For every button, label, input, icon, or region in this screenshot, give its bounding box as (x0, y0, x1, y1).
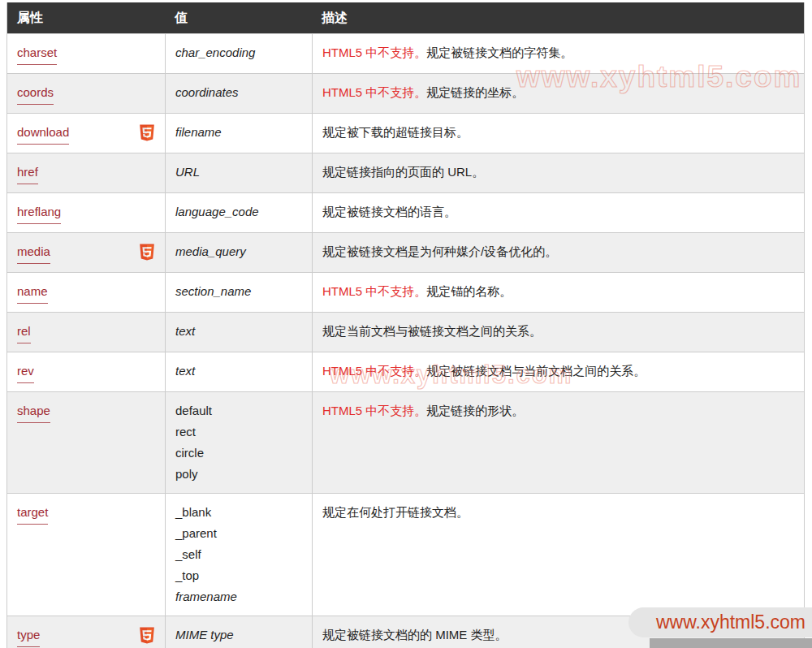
table-row: coordscoordinatesHTML5 中不支持。规定链接的坐标。 (7, 73, 804, 113)
description-text: 规定锚的名称。 (426, 284, 512, 298)
unsupported-label: HTML5 中不支持。 (322, 45, 426, 59)
value-text: text (175, 361, 302, 382)
attribute-cell: type (7, 616, 165, 648)
html5-badge-icon (139, 626, 155, 645)
description-cell: HTML5 中不支持。规定链接的坐标。 (312, 74, 804, 113)
attribute-link-hreflang[interactable]: hreflang (17, 201, 61, 224)
description-cell: 规定当前文档与被链接文档之间的关系。 (312, 313, 804, 352)
bottom-gray-bar (650, 638, 812, 648)
table-row: shapedefaultrectcirclepolyHTML5 中不支持。规定链… (7, 391, 804, 493)
value-cell: language_code (165, 193, 312, 232)
value-text: language_code (175, 201, 302, 222)
value-cell: text (165, 352, 312, 391)
description-cell: 规定被链接文档是为何种媒介/设备优化的。 (312, 233, 804, 272)
html5-badge-icon (139, 123, 155, 142)
description-cell: 规定被下载的超链接目标。 (312, 114, 804, 153)
header-description: 描述 (312, 2, 804, 33)
table-row: target_blank_parent_self_topframename规定在… (7, 493, 804, 616)
description-text: 规定链接的坐标。 (426, 85, 524, 99)
attribute-table: 属性 值 描述 charsetchar_encodingHTML5 中不支持。规… (6, 2, 805, 648)
description-text: 规定在何处打开链接文档。 (322, 505, 469, 519)
attribute-link-name[interactable]: name (17, 281, 48, 304)
value-text: _blank (175, 502, 302, 523)
value-text: section_name (175, 281, 302, 302)
value-text: media_query (175, 241, 302, 262)
attribute-cell: shape (7, 392, 165, 493)
table-row: hreflanglanguage_code规定被链接文档的语言。 (7, 192, 804, 232)
attribute-cell: rel (7, 313, 165, 352)
value-text: poly (175, 464, 302, 485)
table-row: charsetchar_encodingHTML5 中不支持。规定被链接文档的字… (7, 33, 804, 73)
unsupported-label: HTML5 中不支持。 (322, 404, 426, 417)
attribute-cell: name (7, 273, 165, 312)
attribute-link-charset[interactable]: charset (17, 42, 57, 65)
table-row: reltext规定当前文档与被链接文档之间的关系。 (7, 312, 804, 352)
value-cell: media_query (165, 233, 312, 272)
site-ribbon-label: www.xyhtml5.com (656, 611, 806, 633)
description-text: 规定被链接文档的字符集。 (426, 45, 572, 59)
attribute-cell: coords (7, 74, 165, 113)
attribute-link-href[interactable]: href (17, 162, 38, 184)
attribute-link-media[interactable]: media (17, 241, 50, 264)
attribute-cell: charset (7, 34, 165, 73)
description-cell: HTML5 中不支持。规定锚的名称。 (312, 273, 804, 312)
value-text: default (175, 400, 302, 421)
attribute-link-target[interactable]: target (17, 502, 48, 525)
unsupported-label: HTML5 中不支持。 (322, 364, 426, 378)
value-cell: filename (165, 114, 312, 153)
table-row: hrefURL规定链接指向的页面的 URL。 (7, 153, 804, 192)
attribute-table-body: charsetchar_encodingHTML5 中不支持。规定被链接文档的字… (7, 33, 804, 648)
value-text: framename (175, 586, 302, 607)
value-cell: MIME type (165, 616, 312, 648)
value-text: _parent (175, 523, 302, 544)
value-text: rect (175, 421, 302, 443)
value-cell: section_name (165, 273, 312, 312)
attribute-cell: hreflang (7, 193, 165, 232)
value-text: filename (175, 122, 302, 143)
value-cell: URL (165, 153, 312, 192)
attribute-link-rev[interactable]: rev (17, 361, 34, 383)
value-cell: char_encoding (165, 34, 312, 73)
value-text: URL (175, 162, 302, 183)
attribute-link-download[interactable]: download (17, 122, 69, 145)
attribute-cell: target (7, 494, 165, 616)
header-value: 值 (165, 2, 312, 33)
value-text: circle (175, 443, 302, 464)
attribute-link-type[interactable]: type (17, 624, 40, 647)
value-text: coordinates (175, 82, 302, 103)
attribute-link-shape[interactable]: shape (17, 400, 50, 423)
table-row: revtextHTML5 中不支持。规定被链接文档与当前文档之间的关系。 (7, 352, 804, 391)
html5-badge-icon (139, 243, 155, 261)
value-cell: _blank_parent_self_topframename (165, 494, 312, 616)
value-text: MIME type (175, 624, 302, 646)
description-cell: HTML5 中不支持。规定被链接文档的字符集。 (312, 34, 804, 73)
table-row: mediamedia_query规定被链接文档是为何种媒介/设备优化的。 (7, 232, 804, 272)
value-text: text (175, 321, 302, 342)
value-cell: coordinates (165, 74, 312, 113)
header-attribute: 属性 (7, 2, 165, 33)
description-cell: 规定被链接文档的语言。 (312, 193, 804, 232)
attribute-link-rel[interactable]: rel (17, 321, 31, 343)
attribute-cell: href (7, 153, 165, 192)
unsupported-label: HTML5 中不支持。 (322, 284, 426, 298)
value-text: char_encoding (175, 42, 302, 63)
value-text: _self (175, 544, 302, 565)
description-cell: HTML5 中不支持。规定被链接文档与当前文档之间的关系。 (312, 352, 804, 391)
description-cell: 规定在何处打开链接文档。 (312, 494, 804, 616)
table-row: namesection_nameHTML5 中不支持。规定锚的名称。 (7, 272, 804, 312)
unsupported-label: HTML5 中不支持。 (322, 85, 426, 99)
description-text: 规定被链接文档与当前文档之间的关系。 (426, 364, 646, 378)
description-text: 规定被链接文档是为何种媒介/设备优化的。 (322, 244, 557, 258)
description-text: 规定被下载的超链接目标。 (322, 125, 469, 139)
table-row: downloadfilename规定被下载的超链接目标。 (7, 113, 804, 153)
description-text: 规定当前文档与被链接文档之间的关系。 (322, 324, 542, 338)
description-text: 规定被链接文档的语言。 (322, 205, 456, 218)
description-cell: HTML5 中不支持。规定链接的形状。 (312, 392, 804, 493)
attribute-link-coords[interactable]: coords (17, 82, 54, 105)
value-text: _top (175, 565, 302, 586)
description-text: 规定链接的形状。 (426, 404, 524, 417)
value-cell: text (165, 313, 312, 352)
description-cell: 规定链接指向的页面的 URL。 (312, 153, 804, 192)
value-cell: defaultrectcirclepoly (165, 392, 312, 493)
description-text: 规定被链接文档的的 MIME 类型。 (322, 628, 508, 642)
